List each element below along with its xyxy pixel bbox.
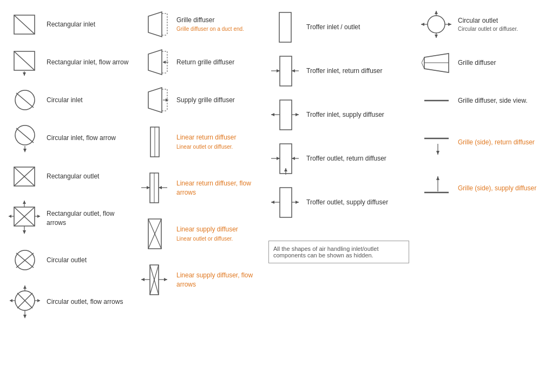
svg-marker-91	[284, 168, 287, 171]
item-linear-return: Linear return diffuser Linear outlet or …	[135, 119, 265, 165]
label-troffer-out-ret: Troffer outlet, return diffuser	[306, 154, 413, 163]
label-troffer-in-sup: Troffer inlet, supply diffuser	[306, 110, 413, 119]
symbol-troffer-out-sup	[268, 185, 301, 220]
symbol-grille-diff	[139, 11, 171, 38]
svg-rect-75	[280, 56, 292, 86]
svg-marker-40	[148, 12, 162, 37]
label-circ-outlet-flow: Circular outlet, flow arrows	[47, 297, 132, 307]
symbol-linear-return-flow	[139, 170, 171, 205]
symbol-circ-outlet-r	[420, 10, 452, 39]
symbol-grille-diff-r	[420, 51, 452, 75]
symbol-rect-inlet-flow	[9, 49, 41, 76]
svg-marker-116	[436, 176, 439, 180]
symbol-rect-outlet-flow	[9, 201, 41, 236]
item-troffer-out-ret: Troffer outlet, return diffuser	[265, 137, 417, 181]
label-rect-outlet-flow: Rectangular outlet, flow arrows	[47, 209, 132, 228]
symbol-troffer-in-ret	[268, 54, 301, 89]
item-grille-side-ret: Grille (side), return diffuser	[417, 119, 558, 165]
label-grille-diff: Grille diffuser Grille diffuser on a duc…	[176, 16, 262, 34]
svg-line-3	[14, 51, 35, 70]
svg-rect-74	[279, 12, 291, 42]
symbol-circ-outlet-flow	[9, 284, 41, 320]
label-grille-side-ret: Grille (side), return diffuser	[458, 138, 558, 147]
svg-marker-49	[163, 61, 166, 64]
item-grille-side-sup: Grille (side), supply diffuser	[417, 165, 558, 211]
item-rect-inlet: Rectangular inlet	[5, 5, 135, 43]
column-1: Rectangular inlet Rectangular inlet, flo…	[5, 5, 135, 325]
note-area: All the shapes of air handling inlet/out…	[265, 224, 417, 268]
svg-marker-11	[23, 149, 27, 152]
svg-marker-79	[292, 69, 295, 72]
svg-marker-21	[37, 215, 40, 218]
label-rect-outlet: Rectangular outlet	[47, 172, 132, 181]
symbol-troffer-io	[268, 10, 301, 45]
label-grille-side-sup: Grille (side), supply diffuser	[458, 184, 558, 193]
column-3: Troffer inlet / outlet Troffer inlet, re…	[265, 5, 417, 325]
svg-rect-92	[280, 188, 292, 217]
svg-marker-101	[448, 23, 451, 26]
label-rect-inlet-flow: Rectangular inlet, flow arrow	[47, 58, 132, 67]
label-supply-grille: Supply grille diffuser	[176, 96, 262, 105]
label-circ-outlet-r: Circular outlet Circular outlet or diffu…	[458, 16, 558, 33]
svg-marker-77	[277, 69, 280, 72]
item-rect-outlet: Rectangular outlet	[5, 157, 135, 195]
svg-marker-25	[23, 230, 26, 234]
item-grille-side: Grille diffuser, side view.	[417, 82, 558, 119]
item-circ-inlet-flow: Circular inlet, flow arrow	[5, 119, 135, 157]
svg-marker-89	[292, 157, 295, 160]
label-grille-diff-r: Grille diffuser	[458, 58, 558, 68]
label-linear-supply-flow: Linear supply diffuser, flow arrows	[176, 271, 262, 289]
svg-marker-39	[23, 315, 27, 318]
svg-marker-87	[277, 157, 280, 160]
item-troffer-io: Troffer inlet / outlet	[265, 5, 417, 49]
svg-rect-80	[280, 100, 292, 130]
svg-marker-105	[435, 35, 438, 38]
label-circ-inlet: Circular inlet	[47, 96, 132, 105]
item-grille-diff-r: Grille diffuser	[417, 44, 558, 82]
item-rect-inlet-flow: Rectangular inlet, flow arrow	[5, 43, 135, 81]
label-linear-return-flow: Linear return diffuser, flow arrows	[176, 179, 262, 197]
item-rect-outlet-flow: Rectangular outlet, flow arrows	[5, 195, 135, 241]
symbol-grille-side-ret	[420, 128, 452, 157]
svg-marker-5	[23, 72, 26, 76]
item-troffer-in-ret: Troffer inlet, return diffuser	[265, 49, 417, 93]
svg-line-7	[16, 93, 34, 108]
svg-marker-71	[141, 278, 145, 281]
column-4: Circular outlet Circular outlet or diffu…	[417, 5, 558, 325]
symbol-troffer-in-sup	[268, 97, 301, 132]
svg-marker-63	[159, 186, 162, 189]
symbol-return-grille	[139, 49, 171, 76]
symbol-rect-outlet	[9, 164, 41, 189]
label-linear-supply: Linear supply diffuser Linear outlet or …	[176, 225, 262, 243]
item-linear-supply-flow: Linear supply diffuser, flow arrows	[135, 257, 265, 303]
symbol-troffer-out-ret	[268, 141, 301, 176]
main-grid: Rectangular inlet Rectangular inlet, flo…	[5, 5, 553, 325]
symbol-linear-return	[139, 124, 171, 160]
svg-line-1	[14, 15, 35, 34]
svg-marker-44	[148, 50, 162, 75]
label-circ-outlet: Circular outlet	[47, 256, 132, 265]
item-linear-supply: Linear supply diffuser Linear outlet or …	[135, 211, 265, 257]
svg-marker-96	[296, 201, 299, 204]
symbol-linear-supply-flow	[139, 262, 171, 297]
svg-point-97	[428, 16, 445, 33]
label-grille-side: Grille diffuser, side view.	[458, 96, 558, 105]
note-box: All the shapes of air handling inlet/out…	[268, 241, 409, 263]
svg-marker-94	[271, 201, 274, 204]
symbol-circ-inlet	[9, 88, 41, 112]
item-circ-outlet: Circular outlet	[5, 241, 135, 279]
symbol-linear-supply	[139, 216, 171, 251]
symbol-rect-inlet	[9, 12, 41, 37]
label-linear-return: Linear return diffuser Linear outlet or …	[176, 133, 262, 151]
svg-marker-37	[23, 285, 27, 289]
svg-marker-23	[23, 201, 26, 204]
svg-marker-82	[271, 113, 274, 116]
item-linear-return-flow: Linear return diffuser, flow arrows	[135, 165, 265, 211]
symbol-grille-side	[420, 92, 452, 109]
item-circ-outlet-r: Circular outlet Circular outlet or diffu…	[417, 5, 558, 44]
svg-marker-35	[37, 299, 40, 302]
item-circ-outlet-flow: Circular outlet, flow arrows	[5, 279, 135, 325]
label-troffer-io: Troffer inlet / outlet	[306, 23, 413, 32]
item-supply-grille: Supply grille diffuser	[135, 81, 265, 119]
label-rect-inlet: Rectangular inlet	[47, 20, 132, 29]
